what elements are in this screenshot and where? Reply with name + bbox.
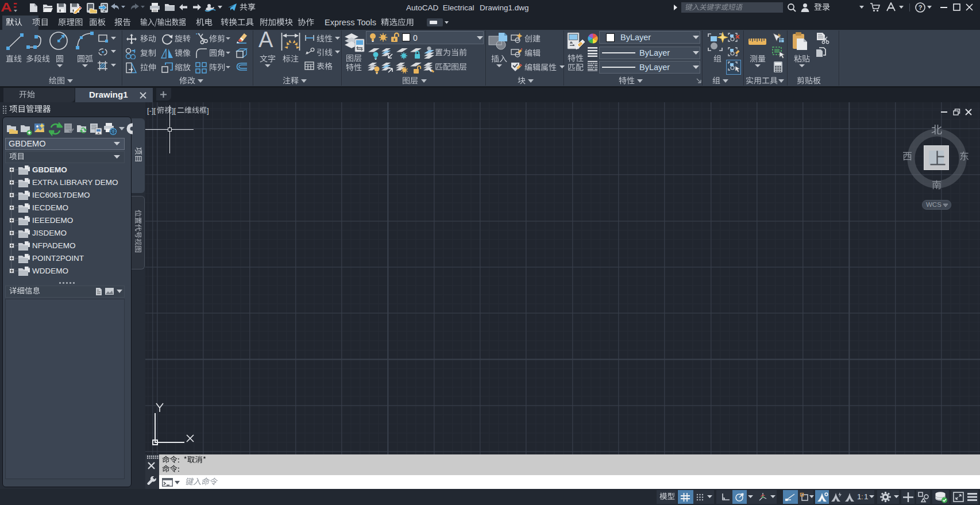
svg-text:?: ? — [919, 4, 923, 11]
